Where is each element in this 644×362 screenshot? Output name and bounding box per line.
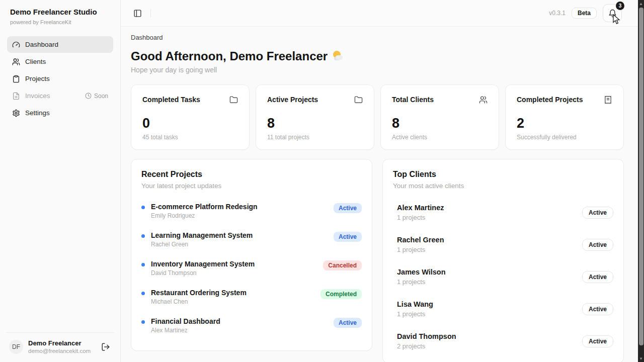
page-title: Good Afternoon, Demo Freelancer (131, 49, 624, 63)
sidebar-user-footer: DF Demo Freelancer demo@freelancekit.com (6, 332, 114, 362)
folder-icon (229, 96, 238, 104)
sidebar-item-label: Clients (25, 58, 46, 65)
sidebar-item-label: Projects (25, 75, 50, 82)
sidebar-header: Demo Freelancer Studio powered by Freela… (0, 0, 120, 30)
greeting-subtitle: Hope your day is going well (131, 66, 624, 74)
project-name: Inventory Management System (151, 260, 317, 268)
app-subtitle: powered by FreelanceKit (10, 19, 110, 25)
logout-button[interactable] (101, 342, 111, 352)
scroll-down-icon[interactable]: ▼ (638, 355, 644, 362)
stat-card-total-clients: Total Clients 8 Active clients (380, 84, 499, 150)
project-name: Learning Management System (151, 231, 328, 239)
scroll-up-icon[interactable]: ▲ (638, 0, 644, 7)
users-icon (12, 58, 20, 66)
panel-subtitle: Your most active clients (393, 182, 613, 190)
stat-value: 8 (392, 117, 488, 130)
sidebar-item-label: Settings (25, 109, 50, 117)
client-row[interactable]: James Wilson 1 projects Active (393, 268, 613, 286)
stat-value: 2 (517, 117, 612, 130)
project-client: David Thompson (151, 269, 317, 277)
scrollbar-thumb[interactable] (639, 8, 643, 345)
client-row[interactable]: David Thompson 2 projects Active (393, 332, 613, 350)
avatar: DF (9, 340, 23, 354)
stat-subtitle: Active clients (392, 134, 488, 141)
topbar: v0.3.1 Beta 3 (121, 0, 644, 27)
sidebar-item-settings[interactable]: Settings (7, 105, 113, 121)
status-badge: Active (334, 318, 362, 328)
project-client: Michael Chen (151, 298, 314, 305)
recent-projects-panel: Recent Projects Your latest project upda… (131, 159, 372, 351)
sun-behind-cloud-icon (332, 51, 344, 62)
logout-icon (101, 342, 110, 351)
stat-title: Completed Tasks (142, 96, 200, 104)
recent-projects-list: E-commerce Platform Redesign Emily Rodri… (141, 203, 362, 337)
user-name: Demo Freelancer (28, 339, 96, 347)
project-client: Rachel Green (151, 241, 328, 248)
sidebar-item-projects[interactable]: Projects (7, 70, 113, 87)
status-dot-icon (141, 206, 145, 209)
project-client: Alex Martinez (151, 327, 328, 334)
sidebar: Demo Freelancer Studio powered by Freela… (0, 0, 121, 362)
sidebar-item-clients[interactable]: Clients (7, 53, 113, 70)
sidebar-nav: Dashboard Clients Projects Invoices Soon… (0, 30, 120, 121)
notification-count-badge: 3 (616, 2, 624, 10)
project-row[interactable]: E-commerce Platform Redesign Emily Rodri… (141, 203, 362, 223)
client-status-badge: Active (582, 303, 613, 315)
stat-subtitle: 45 total tasks (142, 134, 238, 141)
client-project-count: 1 projects (397, 278, 582, 286)
folder-icon (354, 96, 363, 104)
client-row[interactable]: Alex Martinez 1 projects Active (393, 204, 613, 221)
status-badge: Active (334, 203, 362, 213)
project-row[interactable]: Inventory Management System David Thomps… (141, 260, 362, 280)
status-badge: Cancelled (323, 260, 362, 270)
stat-value: 8 (267, 117, 363, 130)
status-dot-icon (141, 263, 145, 266)
project-name: Financial Dashboard (151, 317, 328, 325)
invoice-icon (12, 92, 20, 100)
client-status-badge: Active (582, 271, 613, 283)
sidebar-item-dashboard[interactable]: Dashboard (7, 36, 113, 53)
vertical-scrollbar[interactable]: ▲ ▼ (638, 0, 644, 362)
sidebar-item-label: Dashboard (25, 41, 58, 48)
topbar-divider (150, 9, 151, 17)
project-client: Emily Rodriguez (151, 212, 328, 219)
client-name: David Thompson (397, 332, 582, 340)
client-project-count: 1 projects (397, 246, 582, 253)
version-label: v0.3.1 (549, 10, 566, 17)
panel-left-icon (133, 9, 142, 18)
notifications-button[interactable]: 3 (603, 4, 622, 22)
clipboard-icon (12, 75, 20, 83)
stat-subtitle: 11 total projects (267, 134, 363, 141)
client-row[interactable]: Lisa Wang 1 projects Active (393, 300, 613, 318)
stats-row: Completed Tasks 0 45 total tasks Active … (131, 84, 624, 150)
soon-label: Soon (94, 93, 108, 100)
top-clients-list: Alex Martinez 1 projects Active Rachel G… (393, 204, 613, 350)
project-row[interactable]: Learning Management System Rachel Green … (141, 231, 362, 251)
stat-card-active-projects: Active Projects 8 11 total projects (256, 84, 374, 150)
app-title: Demo Freelancer Studio (10, 8, 110, 16)
client-project-count: 1 projects (397, 214, 582, 221)
stat-title: Completed Projects (517, 96, 583, 104)
stat-card-completed-projects: Completed Projects 2 Successfully delive… (505, 84, 624, 150)
stat-title: Active Projects (267, 96, 318, 104)
stat-title: Total Clients (392, 96, 434, 104)
stat-value: 0 (142, 117, 238, 130)
soon-badge: Soon (85, 93, 108, 100)
top-clients-panel: Top Clients Your most active clients Ale… (382, 159, 624, 362)
client-status-badge: Active (582, 239, 613, 251)
stat-subtitle: Successfully delivered (517, 134, 612, 141)
client-status-badge: Active (582, 207, 613, 219)
client-name: Lisa Wang (397, 300, 582, 308)
sidebar-toggle-button[interactable] (131, 7, 144, 20)
panel-subtitle: Your latest project updates (141, 182, 362, 190)
client-name: Alex Martinez (397, 204, 582, 212)
stat-card-completed-tasks: Completed Tasks 0 45 total tasks (131, 84, 250, 150)
project-name: Restaurant Ordering System (151, 289, 314, 297)
client-name: Rachel Green (397, 236, 582, 244)
status-badge: Active (334, 232, 362, 242)
gear-icon (12, 109, 20, 117)
project-row[interactable]: Financial Dashboard Alex Martinez Active (141, 317, 362, 337)
project-row[interactable]: Restaurant Ordering System Michael Chen … (141, 289, 362, 309)
beta-badge: Beta (572, 8, 597, 19)
client-row[interactable]: Rachel Green 1 projects Active (393, 236, 613, 253)
